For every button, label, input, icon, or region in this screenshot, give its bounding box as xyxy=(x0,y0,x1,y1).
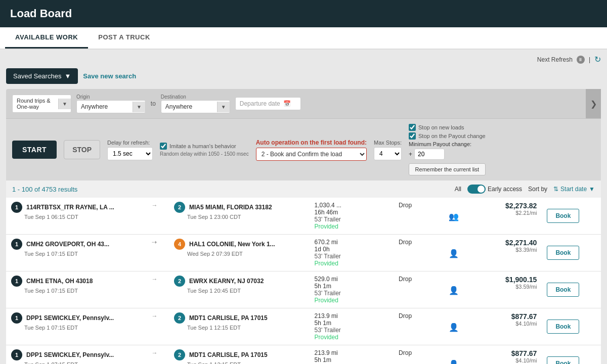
dest-badge: 4 xyxy=(174,239,185,250)
destination-group: Destination Anywhere ▼ xyxy=(161,94,230,113)
origin-badge: 1 xyxy=(11,239,22,250)
plus-symbol: + xyxy=(409,151,412,158)
dropdown-arrow-icon: ▼ xyxy=(64,72,71,80)
route-arrow-icon: → xyxy=(152,349,158,356)
origin-location: 1 DPP1 SEWICKLEY, Pennsylv... Tue Sep 1 … xyxy=(11,349,142,364)
trailer-status: Provided xyxy=(315,297,389,304)
min-payout-input[interactable] xyxy=(414,149,445,160)
destination-cell: 2 MDT1 CARLISLE, PA 17015 Tue Sep 1 12:1… xyxy=(169,308,310,345)
results-header: 1 - 100 of 4753 results All Early access… xyxy=(6,180,601,198)
price-per-mile: $3.59/mi xyxy=(477,284,537,290)
book-cell: Book xyxy=(542,271,601,308)
drop-type-value: Drop xyxy=(399,276,412,283)
table-row: 1 CMH1 ETNA, OH 43018 Tue Sep 1 07:15 ED… xyxy=(6,271,601,308)
min-payout-group: Minimum Payout change: xyxy=(409,141,486,147)
load-table-body: 1 114RTBTSX_ITR RAYNE, LA ... Tue Sep 1 … xyxy=(6,198,601,364)
stop-payout-text: Stop on the Payout change xyxy=(418,133,486,139)
origin-time: Tue Sep 1 07:15 EDT xyxy=(11,288,142,294)
price-value: $2,273.82 xyxy=(477,202,537,210)
team-cell: 👤 xyxy=(444,271,472,308)
driver-icon: 👤 xyxy=(449,323,459,332)
dest-badge: 2 xyxy=(174,349,185,360)
destination-arrow-icon[interactable]: ▼ xyxy=(217,102,230,112)
origin-badge: 1 xyxy=(11,349,22,360)
book-button[interactable]: Book xyxy=(547,283,579,297)
price-per-mile: $4.10/mi xyxy=(477,321,537,327)
origin-location: 1 CMH2 GROVEPORT, OH 43... Tue Sep 1 07:… xyxy=(11,239,142,257)
origin-arrow-icon[interactable]: ▼ xyxy=(133,102,145,112)
duration-value: 16h 46m xyxy=(315,209,389,216)
sort-date-button[interactable]: ⇅ Start date ▼ xyxy=(553,186,595,193)
dest-name: MDT1 CARLISLE, PA 17015 xyxy=(189,314,268,322)
tab-post-a-truck[interactable]: POST A TRUCK xyxy=(88,27,160,49)
refresh-bar: Next Refresh ⏸ | ↻ xyxy=(6,55,601,64)
max-stops-group: Max Stops: 4 1 2 3 5 xyxy=(374,140,402,160)
price-cell: $2,273.82 $2.21/mi xyxy=(472,198,542,235)
drop-type-value: Drop xyxy=(399,239,412,246)
dest-badge: 2 xyxy=(174,276,185,287)
search-bar: Saved Searches ▼ Save new search xyxy=(6,68,601,84)
start-button[interactable]: START xyxy=(12,141,57,159)
drop-type-cell: Drop xyxy=(394,308,444,345)
price-value: $1,900.15 xyxy=(477,276,537,284)
book-button[interactable]: Book xyxy=(547,320,579,334)
origin-time: Tue Sep 1 07:15 EDT xyxy=(11,251,142,257)
refresh-icon[interactable]: ↻ xyxy=(594,55,601,64)
book-button[interactable]: Book xyxy=(547,356,579,364)
origin-time: Tue Sep 1 07:15 EDT xyxy=(11,325,142,331)
trip-type-arrow-icon[interactable]: ▼ xyxy=(58,99,71,109)
book-button[interactable]: Book xyxy=(547,209,579,223)
trip-type-value: Round trips & One-way xyxy=(13,95,58,112)
toggle-track[interactable] xyxy=(467,185,486,194)
departure-date-input[interactable]: Departure date 📅 xyxy=(235,97,301,110)
dest-time: Tue Sep 1 23:00 CDT xyxy=(174,214,305,220)
drop-type-cell: Drop xyxy=(394,235,444,271)
calendar-icon: 📅 xyxy=(283,100,291,107)
trip-type-select[interactable]: Round trips & One-way ▼ xyxy=(12,95,71,113)
distance-cell: 529.0 mi 5h 1m 53' Trailer Provided xyxy=(310,271,394,308)
save-new-search-link[interactable]: Save new search xyxy=(83,72,136,80)
stop-payout-checkbox[interactable] xyxy=(409,132,416,140)
dest-badge: 2 xyxy=(174,202,185,213)
price-per-mile: $4.10/mi xyxy=(477,357,537,363)
distance-value: 213.9 mi xyxy=(315,312,389,320)
trailer-status: Provided xyxy=(315,334,389,341)
stop-new-loads-checkbox[interactable] xyxy=(409,124,416,131)
stop-button[interactable]: STOP xyxy=(64,140,100,159)
destination-select[interactable]: Anywhere ▼ xyxy=(161,100,230,113)
distance-cell: 1,030.4 ... 16h 46m 53' Trailer Provided xyxy=(310,198,394,235)
random-delay-note: Random delay within 1050 - 1500 msec xyxy=(160,151,249,157)
tab-available-work[interactable]: AVAILABLE WORK xyxy=(5,27,88,49)
max-stops-label: Max Stops: xyxy=(374,140,402,146)
imitate-checkbox-label: Imitate a human's behavior xyxy=(160,143,249,150)
saved-searches-button[interactable]: Saved Searches ▼ xyxy=(6,68,78,84)
pause-icon[interactable]: ⏸ xyxy=(577,56,585,64)
origin-name: CMH2 GROVEPORT, OH 43... xyxy=(26,241,109,248)
results-right: All Early access Sort by ⇅ Start date ▼ xyxy=(455,185,595,194)
driver-icon: 👤 xyxy=(449,286,459,295)
imitate-checkbox[interactable] xyxy=(160,143,167,150)
origin-time: Tue Sep 1 07:15 EDT xyxy=(11,361,142,364)
dest-name: HAL1 COLONIE, New York 1... xyxy=(189,241,275,248)
dest-name: MDT1 CARLISLE, PA 17015 xyxy=(189,351,268,358)
expand-panel-button[interactable]: ❯ xyxy=(586,89,601,118)
stop-options-group: Stop on new loads Stop on the Payout cha… xyxy=(409,124,486,175)
delay-select[interactable]: 1.5 sec 1.0 sec 2.0 sec xyxy=(107,147,153,160)
route-arrow-cell: → xyxy=(147,198,169,235)
route-arrow-cell: → xyxy=(147,308,169,345)
max-stops-select[interactable]: 4 1 2 3 5 xyxy=(374,147,402,160)
team-cell: 👤 xyxy=(444,235,472,271)
tab-bar: AVAILABLE WORK POST A TRUCK xyxy=(0,27,607,50)
early-access-toggle[interactable]: Early access xyxy=(467,185,522,194)
page-title: Load Board xyxy=(10,7,72,20)
book-button[interactable]: Book xyxy=(547,246,579,260)
duration-value: 1d 0h xyxy=(315,246,389,253)
origin-select[interactable]: Anywhere ▼ xyxy=(76,100,146,113)
sort-by-label: Sort by xyxy=(528,186,547,193)
delay-label: Delay for refresh: xyxy=(107,140,153,146)
remember-button[interactable]: Remember the current list xyxy=(409,163,486,175)
book-cell: Book xyxy=(542,308,601,345)
auto-op-select[interactable]: 2 - Book and Confirm the load 1 - Book o… xyxy=(256,148,367,161)
dest-location: 2 MDT1 CARLISLE, PA 17015 Tue Sep 1 12:1… xyxy=(174,349,305,364)
team-cell: 👤 xyxy=(444,345,472,365)
